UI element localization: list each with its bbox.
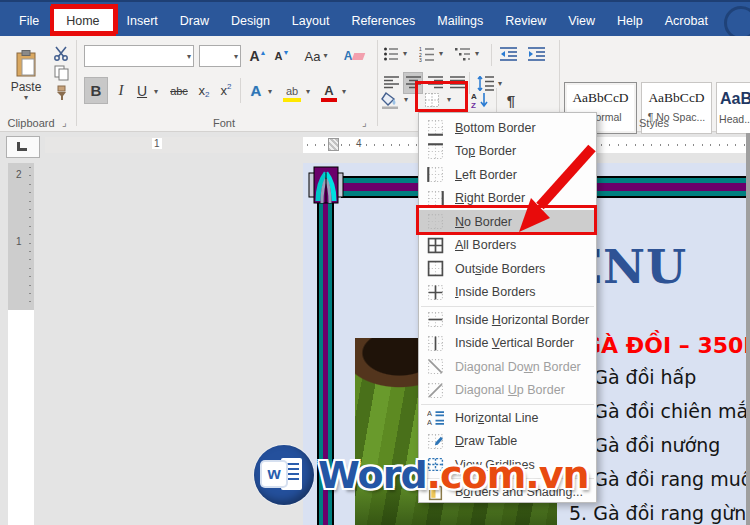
show-paragraph-marks-button[interactable]: ¶ — [501, 87, 521, 113]
annotation-box-borders-button — [415, 81, 468, 112]
ruler-number: 1 — [152, 138, 162, 149]
svg-text:3: 3 — [419, 57, 422, 62]
tab-help[interactable]: Help — [606, 7, 654, 35]
chevron-down-icon[interactable]: ▾ — [342, 88, 346, 96]
horizontal-ruler[interactable]: 1456 — [45, 137, 746, 153]
tab-layout[interactable]: Layout — [281, 7, 341, 35]
clear-formatting-button[interactable]: A — [342, 46, 366, 66]
chevron-down-icon[interactable]: ▾ — [404, 96, 408, 104]
chevron-down-icon[interactable]: ▾ — [439, 50, 443, 58]
italic-button[interactable]: I — [112, 77, 130, 104]
shrink-font-button[interactable]: A▼ — [271, 46, 293, 66]
vertical-ruler[interactable]: 21 — [8, 163, 34, 525]
paste-button[interactable]: Paste ▾ — [4, 42, 48, 110]
clipboard-dialog-launcher[interactable]: ⌟ — [62, 117, 67, 128]
underline-button[interactable]: U — [132, 77, 152, 104]
chevron-down-icon[interactable]: ▾ — [403, 50, 407, 58]
window-edge — [746, 133, 750, 525]
menu-item-label: Right Border — [455, 191, 525, 205]
bullets-button[interactable] — [381, 44, 401, 64]
menu-item-inside-borders[interactable]: Inside Borders — [419, 281, 596, 305]
chevron-down-icon[interactable]: ▾ — [475, 50, 479, 58]
superscript-button[interactable]: x2 — [216, 77, 236, 104]
chevron-down-icon[interactable]: ▾ — [306, 88, 310, 96]
watermark-text: Word.com.vn — [318, 453, 589, 497]
tab-acrobat[interactable]: Acrobat — [654, 7, 719, 35]
word-logo-icon: w — [254, 445, 314, 505]
style-preview: AaBbCcD — [642, 90, 711, 106]
tab-stop-selector[interactable] — [6, 136, 40, 158]
indent-marker[interactable] — [328, 138, 339, 151]
font-size-value — [200, 50, 204, 62]
style-preview: AaBbCcD — [565, 90, 636, 106]
watermark: w Word.com.vn — [254, 445, 589, 505]
change-case-button[interactable]: Aa ▾ — [299, 46, 333, 66]
grow-font-button[interactable]: A▲ — [247, 46, 269, 66]
copy-icon — [54, 65, 69, 81]
menu-item-label: Bottom Border — [455, 121, 536, 135]
highlight-color-bar — [283, 98, 301, 102]
svg-text:A: A — [427, 418, 432, 426]
decrease-indent-button[interactable] — [497, 44, 519, 64]
tab-file[interactable]: File — [8, 7, 50, 35]
change-case-glyph: Aa — [305, 49, 321, 64]
copy-button[interactable] — [50, 64, 72, 82]
chevron-down-icon[interactable]: ▾ — [268, 88, 272, 96]
menu-item-top-border[interactable]: Top Border — [419, 140, 596, 164]
shading-button[interactable] — [378, 88, 402, 112]
menu-list-item: 5. Gà đồi rang gừng — [569, 502, 750, 524]
menu-item-label: Diagonal Down Border — [455, 360, 581, 374]
document-section-heading: GÀ ĐỒI – 350K — [583, 333, 750, 358]
diag-up-border-icon — [427, 382, 444, 399]
sort-button[interactable]: A Z — [468, 87, 492, 113]
tab-insert[interactable]: Insert — [116, 7, 169, 35]
font-size-combobox[interactable]: ▾ — [199, 45, 241, 67]
annotation-box-no-border — [416, 205, 597, 235]
font-group-label: Font — [84, 117, 364, 129]
subscript-button[interactable]: x2 — [194, 77, 214, 104]
inside-h-border-icon — [427, 311, 444, 328]
menu-item-label: Horizontal Line — [455, 411, 538, 425]
bold-button[interactable]: B — [84, 77, 108, 104]
scissors-icon — [53, 45, 69, 61]
format-painter-button[interactable] — [50, 84, 72, 102]
menu-item-outside-borders[interactable]: Outside Borders — [419, 257, 596, 281]
cut-button[interactable] — [50, 44, 72, 62]
menu-item-all-borders[interactable]: All Borders — [419, 234, 596, 258]
multilevel-list-button[interactable] — [453, 44, 473, 64]
increase-indent-button[interactable] — [525, 44, 547, 64]
tab-design[interactable]: Design — [220, 7, 281, 35]
menu-item-label: All Borders — [455, 238, 516, 252]
tab-review[interactable]: Review — [494, 7, 557, 35]
chevron-down-icon[interactable]: ▾ — [154, 88, 158, 96]
menu-item-left-border[interactable]: Left Border — [419, 163, 596, 187]
text-effects-button[interactable]: A — [245, 77, 267, 104]
tab-mailings[interactable]: Mailings — [426, 7, 494, 35]
bold-glyph: B — [91, 82, 102, 99]
menu-item-inside-horizontal-border[interactable]: Inside Horizontal Border — [419, 308, 596, 332]
format-painter-icon — [54, 85, 69, 101]
menu-separator — [421, 306, 594, 307]
menu-item-horizontal-line[interactable]: AAHorizontal Line — [419, 406, 596, 430]
ruler-number: 4 — [354, 138, 364, 149]
watermark-brand: Word — [318, 453, 427, 497]
menu-item-inside-vertical-border[interactable]: Inside Vertical Border — [419, 332, 596, 356]
superscript-small: 2 — [227, 82, 231, 91]
chevron-down-icon: ▾ — [234, 53, 238, 61]
font-name-value — [85, 50, 89, 62]
numbering-icon: 123 — [419, 46, 435, 62]
font-color-button[interactable]: A — [318, 77, 340, 104]
ruler-number: 1 — [16, 236, 22, 247]
font-name-combobox[interactable]: ▾ — [84, 45, 194, 67]
highlight-button[interactable]: ab — [280, 77, 304, 104]
numbering-button[interactable]: 123 — [417, 44, 437, 64]
tab-references[interactable]: References — [340, 7, 426, 35]
tab-view[interactable]: View — [557, 7, 606, 35]
menu-item-diagonal-up-border: Diagonal Up Border — [419, 379, 596, 403]
tab-draw[interactable]: Draw — [169, 7, 220, 35]
strikethrough-button[interactable]: abc — [166, 77, 192, 104]
font-dialog-launcher[interactable]: ⌟ — [362, 117, 367, 128]
menu-item-bottom-border[interactable]: Bottom Border — [419, 116, 596, 140]
clipboard-icon — [14, 50, 38, 78]
font-color-bar — [321, 98, 337, 102]
